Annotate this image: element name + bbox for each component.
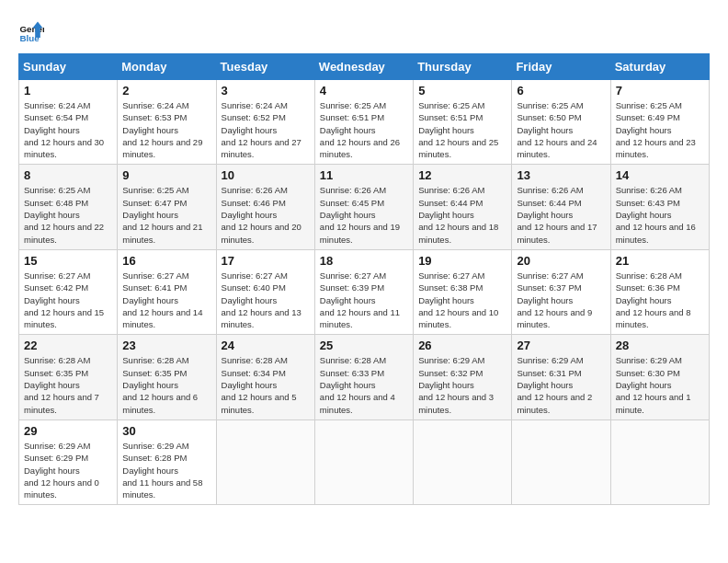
- calendar-week-row: 22 Sunrise: 6:28 AM Sunset: 6:35 PM Dayl…: [19, 335, 710, 419]
- day-number: 26: [418, 339, 506, 352]
- weekday-header-friday: Friday: [512, 54, 610, 80]
- day-number: 5: [418, 84, 506, 98]
- day-number: 8: [24, 168, 112, 182]
- calendar-week-row: 1 Sunrise: 6:24 AM Sunset: 6:54 PM Dayli…: [19, 80, 710, 165]
- weekday-header-saturday: Saturday: [610, 54, 709, 80]
- calendar-cell: 27 Sunrise: 6:29 AM Sunset: 6:31 PM Dayl…: [512, 335, 610, 419]
- calendar-cell: 24 Sunrise: 6:28 AM Sunset: 6:34 PM Dayl…: [216, 335, 314, 419]
- day-number: 6: [517, 84, 605, 98]
- calendar-cell: 23 Sunrise: 6:28 AM Sunset: 6:35 PM Dayl…: [118, 335, 216, 419]
- day-number: 16: [122, 254, 210, 268]
- day-number: 11: [320, 168, 408, 182]
- calendar-cell: 4 Sunrise: 6:25 AM Sunset: 6:51 PM Dayli…: [314, 80, 413, 165]
- weekday-header-tuesday: Tuesday: [216, 54, 314, 80]
- calendar-cell: 18 Sunrise: 6:27 AM Sunset: 6:39 PM Dayl…: [314, 249, 413, 334]
- calendar-cell: 3 Sunrise: 6:24 AM Sunset: 6:52 PM Dayli…: [216, 80, 314, 165]
- day-info: Sunrise: 6:27 AM Sunset: 6:38 PM Dayligh…: [418, 270, 506, 330]
- calendar-cell: 29 Sunrise: 6:29 AM Sunset: 6:29 PM Dayl…: [19, 419, 118, 504]
- day-number: 30: [122, 424, 210, 438]
- day-info: Sunrise: 6:24 AM Sunset: 6:52 PM Dayligh…: [222, 99, 310, 160]
- day-number: 18: [320, 254, 408, 268]
- day-info: Sunrise: 6:28 AM Sunset: 6:35 PM Dayligh…: [24, 354, 112, 415]
- day-number: 14: [616, 168, 704, 182]
- day-number: 23: [122, 339, 210, 352]
- day-info: Sunrise: 6:27 AM Sunset: 6:40 PM Dayligh…: [222, 270, 310, 330]
- day-info: Sunrise: 6:27 AM Sunset: 6:41 PM Dayligh…: [122, 270, 210, 330]
- calendar-cell: 12 Sunrise: 6:26 AM Sunset: 6:44 PM Dayl…: [414, 165, 512, 249]
- day-info: Sunrise: 6:27 AM Sunset: 6:39 PM Dayligh…: [320, 270, 408, 330]
- day-number: 20: [517, 254, 605, 268]
- day-number: 28: [616, 339, 704, 352]
- day-info: Sunrise: 6:25 AM Sunset: 6:51 PM Dayligh…: [418, 99, 506, 160]
- day-number: 15: [24, 254, 112, 268]
- day-number: 24: [222, 339, 310, 352]
- day-number: 7: [616, 84, 704, 98]
- calendar-cell: [610, 419, 709, 504]
- day-number: 25: [320, 339, 408, 352]
- calendar-cell: 17 Sunrise: 6:27 AM Sunset: 6:40 PM Dayl…: [216, 249, 314, 334]
- calendar-cell: 14 Sunrise: 6:26 AM Sunset: 6:43 PM Dayl…: [610, 165, 709, 249]
- day-number: 29: [24, 424, 112, 438]
- logo: General Blue: [18, 18, 48, 44]
- day-info: Sunrise: 6:25 AM Sunset: 6:49 PM Dayligh…: [616, 99, 704, 160]
- day-number: 27: [517, 339, 605, 352]
- day-number: 9: [122, 168, 210, 182]
- calendar-cell: 6 Sunrise: 6:25 AM Sunset: 6:50 PM Dayli…: [512, 80, 610, 165]
- calendar-cell: [414, 419, 512, 504]
- calendar-cell: [314, 419, 413, 504]
- day-info: Sunrise: 6:29 AM Sunset: 6:28 PM Dayligh…: [122, 440, 210, 500]
- day-info: Sunrise: 6:26 AM Sunset: 6:44 PM Dayligh…: [517, 184, 605, 245]
- day-number: 2: [122, 84, 210, 98]
- calendar-cell: 26 Sunrise: 6:29 AM Sunset: 6:32 PM Dayl…: [414, 335, 512, 419]
- weekday-header-monday: Monday: [118, 54, 216, 80]
- calendar-header-row: SundayMondayTuesdayWednesdayThursdayFrid…: [19, 54, 710, 80]
- calendar-cell: 8 Sunrise: 6:25 AM Sunset: 6:48 PM Dayli…: [19, 165, 118, 249]
- day-info: Sunrise: 6:26 AM Sunset: 6:43 PM Dayligh…: [616, 184, 704, 245]
- day-number: 10: [222, 168, 310, 182]
- day-number: 21: [616, 254, 704, 268]
- calendar-cell: 25 Sunrise: 6:28 AM Sunset: 6:33 PM Dayl…: [314, 335, 413, 419]
- day-info: Sunrise: 6:25 AM Sunset: 6:48 PM Dayligh…: [24, 184, 112, 245]
- day-number: 13: [517, 168, 605, 182]
- day-info: Sunrise: 6:26 AM Sunset: 6:46 PM Dayligh…: [222, 184, 310, 245]
- day-number: 19: [418, 254, 506, 268]
- page-header: General Blue: [18, 18, 710, 44]
- day-info: Sunrise: 6:29 AM Sunset: 6:31 PM Dayligh…: [517, 354, 605, 415]
- calendar-cell: [216, 419, 314, 504]
- day-info: Sunrise: 6:29 AM Sunset: 6:30 PM Dayligh…: [616, 354, 704, 415]
- calendar-cell: 22 Sunrise: 6:28 AM Sunset: 6:35 PM Dayl…: [19, 335, 118, 419]
- calendar-cell: 5 Sunrise: 6:25 AM Sunset: 6:51 PM Dayli…: [414, 80, 512, 165]
- day-info: Sunrise: 6:24 AM Sunset: 6:53 PM Dayligh…: [122, 99, 210, 160]
- calendar-cell: 2 Sunrise: 6:24 AM Sunset: 6:53 PM Dayli…: [118, 80, 216, 165]
- calendar-table: SundayMondayTuesdayWednesdayThursdayFrid…: [18, 53, 710, 505]
- day-info: Sunrise: 6:27 AM Sunset: 6:42 PM Dayligh…: [24, 270, 112, 330]
- calendar-week-row: 29 Sunrise: 6:29 AM Sunset: 6:29 PM Dayl…: [19, 419, 710, 504]
- day-info: Sunrise: 6:24 AM Sunset: 6:54 PM Dayligh…: [24, 99, 112, 160]
- calendar-cell: 1 Sunrise: 6:24 AM Sunset: 6:54 PM Dayli…: [19, 80, 118, 165]
- calendar-cell: 20 Sunrise: 6:27 AM Sunset: 6:37 PM Dayl…: [512, 249, 610, 334]
- weekday-header-wednesday: Wednesday: [314, 54, 413, 80]
- day-number: 4: [320, 84, 408, 98]
- calendar-cell: 13 Sunrise: 6:26 AM Sunset: 6:44 PM Dayl…: [512, 165, 610, 249]
- day-number: 17: [222, 254, 310, 268]
- calendar-cell: 16 Sunrise: 6:27 AM Sunset: 6:41 PM Dayl…: [118, 249, 216, 334]
- day-info: Sunrise: 6:25 AM Sunset: 6:50 PM Dayligh…: [517, 99, 605, 160]
- calendar-cell: 30 Sunrise: 6:29 AM Sunset: 6:28 PM Dayl…: [118, 419, 216, 504]
- day-number: 1: [24, 84, 112, 98]
- day-number: 22: [24, 339, 112, 352]
- calendar-cell: [512, 419, 610, 504]
- day-info: Sunrise: 6:29 AM Sunset: 6:32 PM Dayligh…: [418, 354, 506, 415]
- calendar-cell: 19 Sunrise: 6:27 AM Sunset: 6:38 PM Dayl…: [414, 249, 512, 334]
- day-info: Sunrise: 6:26 AM Sunset: 6:44 PM Dayligh…: [418, 184, 506, 245]
- weekday-header-sunday: Sunday: [19, 54, 118, 80]
- logo-icon: General Blue: [18, 18, 44, 44]
- day-info: Sunrise: 6:29 AM Sunset: 6:29 PM Dayligh…: [24, 440, 112, 500]
- day-number: 3: [222, 84, 310, 98]
- calendar-week-row: 15 Sunrise: 6:27 AM Sunset: 6:42 PM Dayl…: [19, 249, 710, 334]
- day-info: Sunrise: 6:27 AM Sunset: 6:37 PM Dayligh…: [517, 270, 605, 330]
- day-info: Sunrise: 6:25 AM Sunset: 6:47 PM Dayligh…: [122, 184, 210, 245]
- calendar-cell: 28 Sunrise: 6:29 AM Sunset: 6:30 PM Dayl…: [610, 335, 709, 419]
- weekday-header-thursday: Thursday: [414, 54, 512, 80]
- day-info: Sunrise: 6:28 AM Sunset: 6:36 PM Dayligh…: [616, 270, 704, 330]
- day-info: Sunrise: 6:28 AM Sunset: 6:33 PM Dayligh…: [320, 354, 408, 415]
